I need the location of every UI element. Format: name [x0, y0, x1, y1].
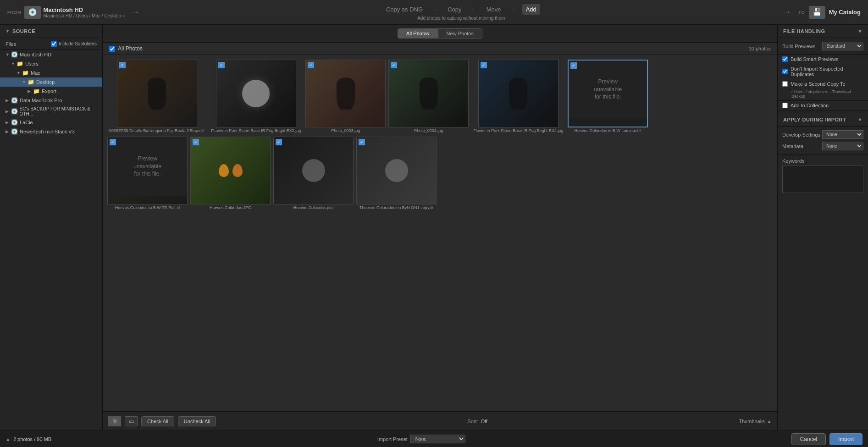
top-bar-center: Copy as DNG – Copy – Move – Add Add phot… [382, 4, 540, 21]
photo-thumbnail[interactable] [478, 60, 558, 127]
import-preset-label: Import Preset [377, 436, 408, 442]
sort-value[interactable]: Off [481, 419, 487, 424]
photo-select-checkbox[interactable] [110, 139, 116, 145]
center-header: All Photos 10 photos [103, 43, 777, 55]
add-option[interactable]: Add [522, 4, 540, 15]
sidebar-item-newertech[interactable]: ▶ 💽 Newertech miniStack V3 [0, 127, 102, 136]
metadata-row: Metadata None [782, 142, 863, 150]
photo-thumbnail[interactable] [305, 60, 386, 127]
footer: ▲ 2 photos / 90 MB Import Preset None Ca… [0, 430, 868, 447]
make-second-copy-checkbox[interactable] [782, 81, 788, 87]
metadata-select[interactable]: None [822, 142, 863, 150]
photo-thumbnail[interactable] [117, 60, 197, 127]
import-button[interactable]: Import [829, 433, 862, 445]
sidebar-item-data-macbook[interactable]: ▶ 💽 Data MacBook Pro [0, 96, 102, 105]
sidebar-item-export[interactable]: ▶ 📁 Export [0, 87, 102, 96]
top-bar-right: → TO 💾 My Catalog [779, 6, 861, 19]
add-to-collection-checkbox[interactable] [782, 103, 788, 108]
build-previews-select[interactable]: Standard Minimal 1:1 [822, 42, 863, 50]
bottom-center: Sort: Off [467, 419, 487, 424]
photo-select-checkbox[interactable] [570, 62, 577, 69]
sidebar-item-label: SC's BACKUP FOR MINISTACK & OTH... [20, 106, 102, 116]
expand-icon[interactable]: ▲ [6, 436, 11, 442]
catalog-drive-icon: 💾 [809, 6, 825, 19]
list-item[interactable]: Flower in Park Stone Base IR Fog Bright … [209, 60, 303, 134]
list-item[interactable]: Huevos Coloridos.psd [273, 137, 354, 211]
loupe-view-button[interactable]: ▭ [125, 416, 138, 426]
photo-thumbnail-selected[interactable]: Previewunavailablefor this file. [568, 60, 648, 127]
sidebar-item-users[interactable]: ▼ 📁 Users [0, 59, 102, 68]
import-preset-select[interactable]: None [410, 435, 465, 443]
dont-import-label: Don't Import Suspected Duplicates [791, 66, 863, 77]
dont-import-duplicates-row: Don't Import Suspected Duplicates [778, 64, 868, 79]
photo-thumbnail[interactable] [216, 60, 296, 127]
files-row: Files Include Subfolders [0, 38, 102, 50]
apply-during-import-title: Apply During Import [783, 117, 846, 122]
photo-thumbnail[interactable]: Previewunavailablefor this file. [107, 137, 188, 204]
sidebar-item-macintosh-hd[interactable]: ▼ 💽 Macintosh HD [0, 50, 102, 59]
sidebar-item-desktop[interactable]: ▼ 📁 Desktop [0, 77, 102, 87]
uncheck-all-button[interactable]: Uncheck All [178, 416, 216, 426]
file-handling-collapse-icon[interactable]: ▼ [857, 28, 862, 34]
build-smart-previews-checkbox[interactable] [782, 56, 788, 62]
photo-select-checkbox[interactable] [193, 139, 199, 145]
cancel-button[interactable]: Cancel [791, 433, 826, 445]
photo-filename: 0005ZS50 Detalle Barranquino Fuji Reala … [107, 127, 206, 134]
forward-arrow-icon: → [131, 7, 139, 17]
move-option[interactable]: Move [483, 4, 505, 15]
photo-select-checkbox[interactable] [218, 62, 225, 68]
thumbnails-slider[interactable]: ▲ [767, 419, 772, 424]
photo-thumbnail[interactable] [190, 137, 271, 204]
check-all-button[interactable]: Check All [141, 416, 174, 426]
dont-import-checkbox[interactable] [782, 69, 788, 74]
apply-during-import-collapse-icon[interactable]: ▼ [857, 117, 862, 122]
photo-select-checkbox[interactable] [119, 62, 126, 68]
photo-select-checkbox[interactable] [481, 62, 487, 68]
list-item[interactable]: Photo_0004.jpg [388, 60, 469, 134]
list-item[interactable]: Photo_0003.jpg [305, 60, 386, 134]
center-panel: All Photos New Photos All Photos 10 phot… [103, 25, 777, 430]
list-item[interactable]: Huevos Coloridos.JPG [190, 137, 271, 211]
include-subfolders-checkbox[interactable] [51, 41, 57, 47]
all-photos-text: All Photos [118, 45, 143, 52]
include-subfolders[interactable]: Include Subfolders [51, 41, 97, 47]
tab-new-photos[interactable]: New Photos [438, 28, 482, 39]
keywords-section: Keywords [778, 155, 868, 430]
preview-unavailable-text: Previewunavailablefor this file. [108, 137, 187, 196]
sidebar-item-lacie[interactable]: ▶ 💽 LaCie [0, 118, 102, 127]
photo-select-checkbox[interactable] [276, 139, 282, 145]
add-to-collection-label: Add to Collection [791, 103, 829, 108]
photo-thumbnail[interactable] [273, 137, 354, 204]
collapse-icon[interactable]: ▼ [6, 29, 10, 33]
center-tabs: All Photos New Photos [103, 25, 777, 43]
thumbnails-label: Thumbnails [739, 419, 765, 424]
top-bar: FROM 💿 Macintosh HD Macintosh HD / Users… [0, 0, 868, 25]
catalog-name: My Catalog [829, 9, 861, 16]
list-item[interactable]: Previewunavailablefor this file. Huevos … [568, 60, 648, 134]
photo-select-checkbox[interactable] [308, 62, 314, 68]
grid-view-button[interactable]: ⊞ [108, 416, 121, 426]
copy-as-dng-option[interactable]: Copy as DNG [382, 4, 426, 15]
list-item[interactable]: 0005ZS50 Detalle Barranquino Fuji Reala … [107, 60, 206, 134]
sidebar-item-label: Newertech miniStack V3 [20, 129, 75, 134]
keywords-input[interactable] [782, 166, 863, 193]
import-options: Copy as DNG – Copy – Move – Add [382, 4, 540, 15]
top-bar-left: FROM 💿 Macintosh HD Macintosh HD / Users… [7, 6, 143, 19]
sidebar-item-sc-backup[interactable]: ▶ 💽 SC's BACKUP FOR MINISTACK & OTH... [0, 105, 102, 118]
photo-thumbnail[interactable] [388, 60, 469, 127]
list-item[interactable]: Previewunavailablefor this file. Huevos … [107, 137, 188, 211]
copy-option[interactable]: Copy [444, 4, 465, 15]
photo-select-checkbox[interactable] [359, 139, 365, 145]
photo-filename: Huevos Coloridos.psd [291, 204, 335, 211]
make-second-copy-path: / Users / stephence... /Download Backup [782, 89, 863, 99]
photo-select-checkbox[interactable] [391, 62, 397, 68]
list-item[interactable]: Flower in Park Stone Base IR Fog Bright … [471, 60, 565, 134]
all-photos-checkbox[interactable] [109, 46, 115, 52]
list-item[interactable]: Thuevos Colorados en ByN ON1 copy.tif [356, 137, 437, 211]
sidebar-item-label: Macintosh HD [20, 52, 51, 57]
tab-all-photos[interactable]: All Photos [398, 28, 438, 39]
right-panel: File Handling ▼ Build Previews Standard … [777, 25, 868, 430]
develop-settings-select[interactable]: None [822, 130, 863, 139]
photo-thumbnail[interactable] [356, 137, 437, 204]
sidebar-item-mac[interactable]: ▼ 📁 Mac [0, 68, 102, 77]
